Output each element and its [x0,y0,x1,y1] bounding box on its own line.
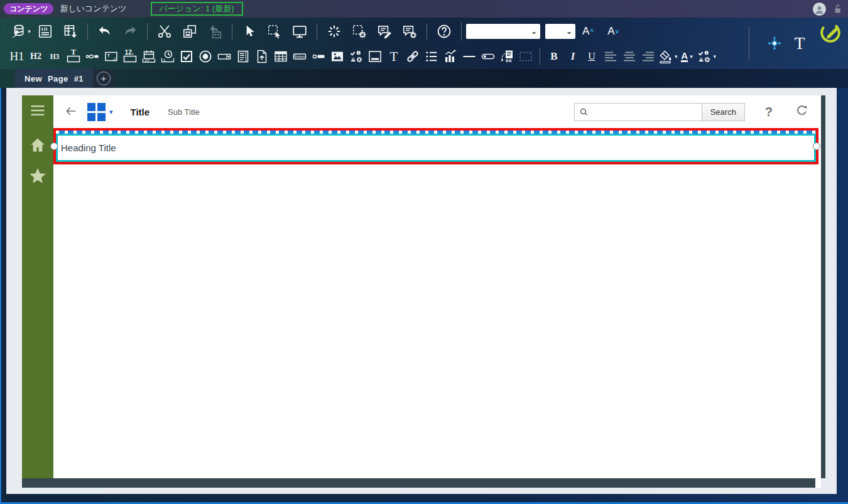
toolbar-separator [461,22,462,41]
copy-button[interactable] [177,19,202,44]
underline-label: U [588,51,595,62]
select-area-button[interactable] [262,19,287,44]
comment-edit-button[interactable] [372,19,397,44]
number-input-label: 12. [124,48,134,56]
font-size-select[interactable]: ⌄ [545,24,575,39]
move-tool-button[interactable] [762,29,787,58]
chart-button[interactable] [441,46,460,67]
container-button[interactable] [366,46,384,67]
bold-button[interactable]: B [545,46,563,67]
caret-down-icon: v [616,28,619,35]
fill-color-button[interactable]: ▾ [658,46,678,67]
horizontal-scrollbar[interactable] [22,478,815,488]
comment-settings-button[interactable] [397,19,422,44]
text-area-icon [104,49,119,64]
heading-1-button[interactable]: H1 [8,46,26,67]
undo-button[interactable] [92,19,117,44]
date-picker-button[interactable] [139,46,158,67]
symbols-button[interactable] [347,46,366,67]
tab-new-page-1[interactable]: New Page #1 [15,69,93,88]
font-family-select[interactable]: ⌄ [466,24,540,39]
toolbar-rows: ▾ ⌄ ⌄ A^ Av H1H2H3T12.ButtonT [0,18,749,69]
symbol-insert-caret-icon: ▾ [714,53,717,60]
redo-icon [122,23,138,40]
vertical-scrollbar[interactable] [821,95,825,478]
user-avatar[interactable] [813,3,826,16]
content-badge[interactable]: コンテンツ [4,3,53,14]
file-upload-icon [254,49,269,64]
increase-font-button[interactable]: A^ [575,19,601,44]
cut-button[interactable] [152,19,177,44]
toolbar-separator [427,23,427,40]
refresh-button[interactable] [795,104,808,119]
highlight-button[interactable] [322,19,347,44]
heading-2-button[interactable]: H2 [26,46,45,67]
text-area-button[interactable] [102,46,121,67]
list-box-button[interactable] [234,46,253,67]
toolbar-right-panel: T [749,18,848,69]
heading-3-button[interactable]: H3 [45,46,64,67]
radio-button-button[interactable] [196,46,215,67]
resize-handle-right[interactable] [813,142,820,150]
heading-cell[interactable]: Heading Title [56,134,816,162]
view-switcher-button[interactable]: ▾ [87,103,113,121]
edit-mode-button[interactable] [819,21,842,44]
preview-monitor-button[interactable] [287,19,312,44]
hyperlink-button[interactable] [403,46,422,67]
checkbox-button[interactable] [177,46,196,67]
static-text-label: T [390,49,398,65]
toggle-button[interactable] [309,46,328,67]
list-button[interactable] [422,46,441,67]
text-tool-button[interactable]: T [787,29,812,58]
pointer-button[interactable] [237,19,262,44]
area-settings-button[interactable] [347,19,372,44]
table-button[interactable] [271,46,290,67]
separator-line-button[interactable] [460,46,479,67]
search-input[interactable] [593,104,702,121]
symbol-insert-button[interactable]: ▾ [697,46,717,67]
align-right-button[interactable] [639,46,658,67]
page-help-button[interactable]: ? [761,104,776,120]
home-button[interactable] [28,136,47,154]
underline-button[interactable]: U [582,46,601,67]
align-left-button[interactable] [601,46,620,67]
data-binding-button[interactable] [497,46,516,67]
button-control-button[interactable]: Button [290,46,309,67]
code-view-button[interactable] [33,19,58,44]
hamburger-icon [28,102,47,119]
font-color-button[interactable]: A▾ [678,46,697,67]
heading-2-label: H2 [30,51,41,62]
refresh-icon [795,104,808,117]
static-text-button[interactable]: T [384,46,403,67]
cut-icon [156,23,173,40]
search-button[interactable]: Search [702,103,745,121]
selected-heading-cell[interactable]: Heading Title [53,128,818,164]
app-title: 新しいコンテンツ [60,3,126,14]
number-input-button[interactable]: 12. [121,46,139,67]
separator-line-icon [462,49,477,64]
version-badge[interactable]: バージョン: 1 (最新) [151,2,243,16]
align-center-button[interactable] [620,46,639,67]
help-button[interactable] [432,19,457,44]
track-bar-button[interactable] [83,46,102,67]
unlock-icon[interactable] [832,4,843,14]
favorites-button[interactable] [28,166,48,186]
combo-box-icon [217,49,232,64]
menu-button[interactable] [28,102,47,119]
text-input-button[interactable]: T [64,46,83,67]
capsule-button[interactable] [479,46,497,67]
add-page-button[interactable]: + [93,69,114,88]
page-title: Title [131,107,150,117]
image-button[interactable] [328,46,347,67]
file-upload-button[interactable] [253,46,271,67]
combo-box-button[interactable] [215,46,234,67]
data-source-button[interactable]: ▾ [8,19,33,44]
resize-handle-left[interactable] [50,142,58,150]
track-bar-icon [85,49,100,64]
decrease-font-button[interactable]: Av [601,19,626,44]
back-button[interactable] [63,104,79,119]
time-picker-button[interactable] [158,46,177,67]
workspace-frame: ▾ Title Sub Title Search ? [0,88,848,504]
italic-button[interactable]: I [563,46,582,67]
export-table-button[interactable] [58,19,83,44]
